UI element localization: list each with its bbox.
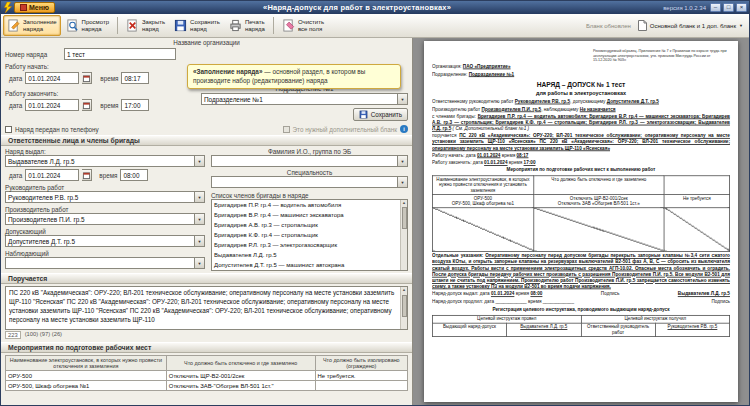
list-item[interactable]: Бригадирев П.Р. гр.4 — водитель автомоби… [212,200,400,210]
calendar-button[interactable] [82,169,92,181]
issued-time-input[interactable]: 08:00 [120,169,148,181]
save-order-button[interactable]: Сохранитьнаряд [170,15,224,36]
scroll-up-icon[interactable]: ▲ [402,200,406,205]
finish-date-input[interactable]: 01.01.2024 [25,99,79,111]
measures-col1-header: Наименование электроустановок, в которых… [6,356,167,371]
scrollbar[interactable]: ▲ [400,200,407,270]
table-row[interactable]: ОРУ-500, Шкаф обогрева №1 Отключить ЗАВ-… [6,381,408,391]
assignment-textarea[interactable]: ПС 220 кВ "Академическая": ОРУ-220; ВЛ-2… [5,286,408,330]
document-note: Рекомендуемый образец. Приложение № 7 к … [593,49,730,63]
time-label: время [99,172,117,179]
date-label: дата [9,102,22,109]
document-page: Рекомендуемый образец. Приложение № 7 к … [424,41,738,402]
scrollbar[interactable]: ▲ [400,287,407,329]
issued-by-combo[interactable]: Выдавателев Л.Д. гр.5 ▼ [5,155,205,167]
list-item[interactable]: Бригадирев Р.Л. гр.3 — электрогазосварщи… [212,240,400,250]
close-order-button[interactable]: Закрытьнаряд [122,15,169,36]
scroll-thumb[interactable] [402,295,407,317]
print-order-icon [229,19,242,32]
admitter-combo[interactable]: Допустителев Д.Т. гр.5 ▼ [5,235,205,247]
order-number-input[interactable]: 1 тест [64,48,176,60]
toolbar-separator [117,17,118,34]
observer-combo[interactable]: ▼ [5,257,205,269]
document-special-instructions: Отдельные указания: Оперативному персона… [432,253,730,290]
chevron-down-icon: ▼ [397,177,407,187]
document-line: поручается ПС 220 кВ «Академическая»: ОР… [432,133,730,152]
measures-section-header: Мероприятия по подготовке рабочих мест [1,342,412,353]
time-label: время [100,102,118,109]
phone-checkbox[interactable] [5,126,12,133]
specialty-caption: Специальность [211,169,408,176]
admitter-label: Допускающий [5,228,205,235]
responsible-section-header: Ответственные лица и члены бригады [1,135,412,146]
producer-combo[interactable]: Производителев П.И. гр.5 ▼ [5,213,205,225]
measures-col3-header: Что должно быть изолировано (ограждено) [315,356,407,371]
chevron-down-icon: ▼ [194,156,204,166]
document-title: НАРЯД – ДОПУСК № 1 тест [432,81,730,90]
list-item[interactable]: Допустителев Д.Т. гр.5 — машинист автокр… [212,260,400,270]
fill-order-button[interactable]: Заполнениенаряда [3,15,61,36]
view-order-icon [66,19,79,32]
scroll-up-icon[interactable]: ▲ [402,287,406,293]
document-subtitle: для работы в электроустановках [432,90,730,97]
document-reg-title: Регистрация целевого инструктажа, провод… [432,307,730,313]
work-start-label: Работу начать: [5,63,201,70]
start-date-input[interactable]: 01.01.2024 [25,72,79,84]
issued-date-input[interactable]: 01.01.2024 [25,169,79,181]
list-item[interactable]: Выдавателев Л.Д. гр.5 [212,250,400,260]
document-line: с членами бригады: Бригадирев П.Р. гр.4 … [432,114,730,133]
char-counter: 223 (100) (97) (26) [5,330,408,340]
print-order-button[interactable]: Печатьнаряда [225,15,269,36]
empty-crossed-cell [664,208,729,252]
view-order-button[interactable]: Просмотрнаряда [62,15,113,36]
blank-selector[interactable]: Основной бланк и 1 доп. бланк ▼ [638,20,743,31]
list-item[interactable]: Бригадирев А.В. гр.3 — стропальщик [212,220,400,230]
name-group-caption: Фамилия И.О., группа по ЭБ [211,148,408,155]
extra-blank-label: Это нужный дополнительный бланк [293,126,397,133]
chevron-down-icon: ▼ [194,214,204,224]
order-form-panel: Название организации Номер наряда 1 тест… [1,38,413,405]
close-button[interactable]: × [736,3,747,12]
department-combo[interactable]: Подразделение №1 ▼ [201,93,408,105]
blank-status-label: Бланк обновлен [586,23,631,29]
fill-order-icon [7,19,20,32]
start-time-input[interactable]: 08:17 [121,72,149,84]
document-content: Рекомендуемый образец. Приложение № 7 к … [432,49,730,337]
organization-caption: Название организации [5,39,408,46]
save-small-button[interactable]: Сохранить [353,108,408,121]
name-group-combo[interactable]: ▼ [211,155,408,167]
list-item[interactable]: Бригадирев В.Р. гр.4 — машинист экскават… [212,210,400,220]
brigade-listbox[interactable]: Бригадирев П.Р. гр.4 — водитель автомоби… [211,199,408,271]
issued-by-label: Наряд выдал: [5,148,205,155]
clear-fields-icon [282,19,295,32]
document-org-value: ПАО «Предприятие» [463,64,511,69]
phone-checkbox-label: Наряд передан по телефону [15,126,99,133]
table-row[interactable]: ОРУ-500 Отключить ЩР-В2-001/2сек Не треб… [6,371,408,381]
menu-button[interactable]: Меню [14,2,55,13]
info-icon[interactable]: i [400,125,408,133]
specialty-combo[interactable]: ▼ [211,176,408,188]
list-item[interactable]: Бригадирев К.Ф. гр.4 — стропальщик [212,230,400,240]
finish-time-input[interactable]: 17:00 [121,99,149,111]
main-area: Название организации Номер наряда 1 тест… [1,38,749,405]
menu-grid-icon [20,4,27,11]
calendar-button[interactable] [82,72,92,84]
document-issued-line: Наряд-допуск выдал: дата 01.01.2024 врем… [432,292,730,298]
document-extended-line: Наряд-допуск продлил: дата ____________ … [432,300,730,306]
fill-order-tooltip: «Заполнение наряда» — основной раздел, в… [187,64,401,89]
minimize-button[interactable]: – [710,3,721,12]
maximize-button[interactable]: □ [723,3,734,12]
blank-page-icon [638,20,647,31]
producer-label: Производитель работ [5,206,205,213]
calendar-button[interactable] [82,99,92,111]
extra-blank-checkbox[interactable] [283,126,290,133]
clear-fields-button[interactable]: Очиститьвсе поля [278,15,328,36]
supervisor-combo[interactable]: Руководителев Р.В. гр.5 ▼ [5,191,205,203]
time-label: время [100,75,118,82]
scroll-thumb[interactable] [402,207,407,229]
document-line: Работу начать: дата 01.01.2024 время 08:… [432,153,730,159]
measures-table: Наименование электроустановок, в которых… [5,355,408,391]
work-finish-label: Работу закончить: [5,90,201,97]
save-order-icon [174,19,187,32]
toolbar-separator [273,17,274,34]
